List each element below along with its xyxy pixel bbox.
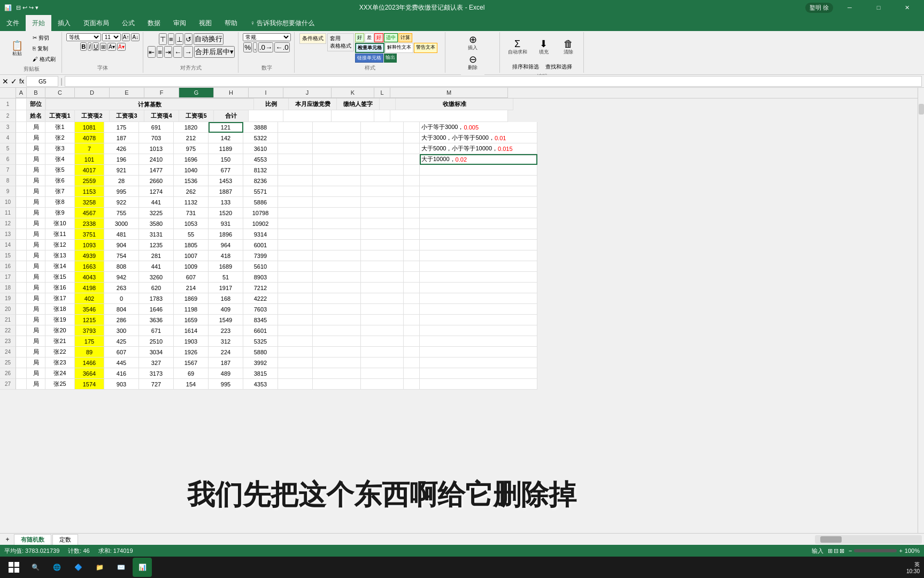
cell-D24[interactable]: 89 <box>75 347 104 358</box>
autosum-button[interactable]: Σ 自动求和 <box>504 33 531 61</box>
col-header-G[interactable]: G <box>179 88 214 98</box>
cell-C20[interactable]: 张18 <box>45 304 75 315</box>
cell-A13[interactable] <box>16 229 27 240</box>
cell-G9[interactable]: 262 <box>174 186 209 197</box>
cell-M9[interactable] <box>404 186 420 197</box>
h-scrollbar-thumb[interactable] <box>820 536 842 543</box>
wrap-text-button[interactable]: 自动换行 <box>194 33 224 45</box>
cell-G22[interactable]: 1614 <box>174 325 209 336</box>
copy-button[interactable]: ⎘ 复制 <box>30 44 58 54</box>
cell-E15[interactable]: 754 <box>104 250 139 261</box>
col-header-D[interactable]: D <box>75 88 110 98</box>
col-header-L[interactable]: L <box>374 88 390 98</box>
cell-C2[interactable]: 工资项1 <box>45 110 75 122</box>
cell-H11[interactable]: 1520 <box>209 208 243 218</box>
cell-H22[interactable]: 223 <box>209 325 243 336</box>
cell-K23[interactable] <box>313 336 361 347</box>
cell-E16[interactable]: 808 <box>104 261 139 272</box>
thousands-button[interactable]: , <box>253 42 257 52</box>
cell-C10[interactable]: 张8 <box>45 197 75 208</box>
cell-G17[interactable]: 607 <box>174 272 209 283</box>
cell-H27[interactable]: 995 <box>209 379 243 390</box>
cell-D12[interactable]: 2338 <box>75 218 104 229</box>
cell-F27[interactable]: 727 <box>139 379 174 390</box>
cell-I21[interactable]: 8345 <box>243 315 278 325</box>
cell-A14[interactable] <box>16 240 27 250</box>
cell-I13[interactable]: 9314 <box>243 229 278 240</box>
tab-view[interactable]: 视图 <box>192 15 218 31</box>
cell-J3[interactable] <box>278 122 313 133</box>
cell-C7[interactable]: 张5 <box>45 165 75 176</box>
cell-L27[interactable] <box>361 379 404 390</box>
cell-E6[interactable]: 196 <box>104 154 139 165</box>
close-button[interactable]: ✕ <box>895 0 920 15</box>
cell-E2[interactable]: 工资项3 <box>110 110 144 122</box>
cell-C4[interactable]: 张2 <box>45 133 75 143</box>
cell-F11[interactable]: 3225 <box>139 208 174 218</box>
cell-F10[interactable]: 441 <box>139 197 174 208</box>
cell-B25[interactable]: 局 <box>27 358 45 368</box>
cell-L14[interactable] <box>361 240 404 250</box>
cell-I1[interactable]: 比例 <box>254 98 289 110</box>
cell-A12[interactable] <box>16 218 27 229</box>
cell-J13[interactable] <box>278 229 313 240</box>
cell-B6[interactable]: 局 <box>27 154 45 165</box>
cell-C21[interactable]: 张19 <box>45 315 75 325</box>
normal-view-icon[interactable]: ⊞ <box>828 547 833 554</box>
zoom-in-icon[interactable]: + <box>899 547 902 554</box>
cell-G6[interactable]: 1696 <box>174 154 209 165</box>
cell-N13[interactable] <box>420 229 537 240</box>
fill-color-button[interactable]: A▾ <box>107 43 116 51</box>
cell-A22[interactable] <box>16 325 27 336</box>
cell-M4[interactable] <box>404 133 420 143</box>
cell-B18[interactable]: 局 <box>27 283 45 293</box>
cell-L25[interactable] <box>361 358 404 368</box>
tab-page-layout[interactable]: 页面布局 <box>77 15 116 31</box>
percent-button[interactable]: % <box>243 42 252 52</box>
cell-K11[interactable] <box>313 208 361 218</box>
cell-B1[interactable]: 部位 <box>27 98 45 110</box>
cell-C23[interactable]: 张21 <box>45 336 75 347</box>
cell-D14[interactable]: 1093 <box>75 240 104 250</box>
cell-K22[interactable] <box>313 325 361 336</box>
cell-B27[interactable]: 局 <box>27 379 45 390</box>
cell-E18[interactable]: 263 <box>104 283 139 293</box>
cell-I14[interactable]: 6001 <box>243 240 278 250</box>
cell-H15[interactable]: 418 <box>209 250 243 261</box>
cell-B7[interactable]: 局 <box>27 165 45 176</box>
taskbar-chrome[interactable]: 🌐 <box>47 558 66 577</box>
cell-K9[interactable] <box>313 186 361 197</box>
cell-A16[interactable] <box>16 261 27 272</box>
cell-A3[interactable] <box>16 122 27 133</box>
increase-decimal-button[interactable]: .0→ <box>258 42 273 52</box>
cell-L18[interactable] <box>361 283 404 293</box>
cell-M25[interactable] <box>404 358 420 368</box>
find-select-button[interactable]: 查找和选择 <box>543 62 575 72</box>
cell-I20[interactable]: 7603 <box>243 304 278 315</box>
check-cell-style[interactable]: 检查单元格 <box>355 43 384 53</box>
cell-B12[interactable]: 局 <box>27 218 45 229</box>
cell-C14[interactable]: 张12 <box>45 240 75 250</box>
cell-F23[interactable]: 2510 <box>139 336 174 347</box>
cell-H26[interactable]: 489 <box>209 368 243 379</box>
cell-K7[interactable] <box>313 165 361 176</box>
cell-G12[interactable]: 1053 <box>174 218 209 229</box>
cell-H9[interactable]: 1887 <box>209 186 243 197</box>
cell-I18[interactable]: 7212 <box>243 283 278 293</box>
cell-B13[interactable]: 局 <box>27 229 45 240</box>
cell-G8[interactable]: 1536 <box>174 176 209 186</box>
cell-B14[interactable]: 局 <box>27 240 45 250</box>
taskbar-edge[interactable]: 🔷 <box>68 558 88 577</box>
cell-N10[interactable] <box>420 197 537 208</box>
cell-E3[interactable]: 175 <box>104 122 139 133</box>
cell-J5[interactable] <box>278 143 313 154</box>
cell-B20[interactable]: 局 <box>27 304 45 315</box>
confirm-formula-icon[interactable]: ✓ <box>11 77 17 86</box>
increase-font-button[interactable]: A↑ <box>122 33 130 41</box>
cell-G3[interactable]: 1820 <box>174 122 209 133</box>
cell-I11[interactable]: 10798 <box>243 208 278 218</box>
cell-J25[interactable] <box>278 358 313 368</box>
cell-B4[interactable]: 局 <box>27 133 45 143</box>
cell-H2[interactable]: 合计 <box>214 110 249 122</box>
cell-J16[interactable] <box>278 261 313 272</box>
